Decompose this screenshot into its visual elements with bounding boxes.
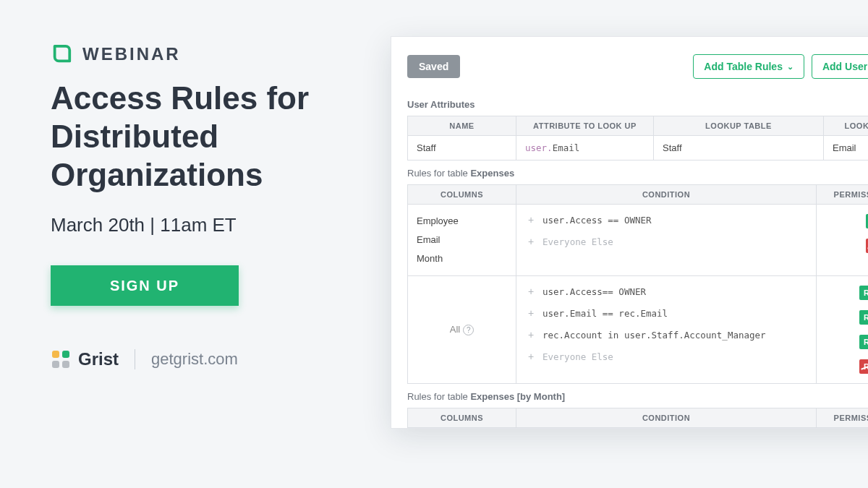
col-lookup-table: LOOKUP TABLE [654, 116, 824, 136]
col-name: NAME [408, 116, 516, 136]
table-header-row: COLUMNS CONDITION PERMISSIONS [408, 185, 869, 205]
brand-name: Grist [78, 349, 119, 369]
leaf-icon [51, 43, 72, 65]
rule-columns: Employee Email Month [408, 205, 516, 276]
chevron-down-icon: ⌄ [787, 62, 793, 72]
add-icon[interactable]: + [525, 329, 537, 341]
col-condition: CONDITION [516, 408, 817, 428]
rule-permissions: RU⌄ RU⌄ [817, 205, 869, 276]
table-row[interactable]: All? +user.Access== OWNER +user.Email ==… [408, 276, 869, 384]
rules-expenses-table: COLUMNS CONDITION PERMISSIONS Employee E… [407, 184, 868, 384]
add-table-rules-button[interactable]: Add Table Rules ⌄ [693, 54, 804, 79]
rule-conditions: +user.Access== OWNER +user.Email == rec.… [516, 276, 817, 384]
datetime-label: March 20th | 11am ET [51, 214, 340, 236]
rule-conditions: +user.Access == OWNER +Everyone Else [516, 205, 817, 276]
grist-mark-icon [51, 349, 71, 369]
add-user-attributes-button[interactable]: Add User Att [812, 54, 868, 79]
user-attributes-heading: User Attributes [391, 92, 868, 116]
access-rules-screenshot: Saved Add Table Rules ⌄ Add User Att Use… [391, 36, 868, 429]
ua-name: Staff [408, 136, 516, 160]
col-columns: COLUMNS [408, 408, 516, 428]
rules-expenses-by-month-heading: Rules for table Expenses [by Month] [391, 384, 868, 408]
grist-logo: Grist [51, 349, 119, 369]
signup-button[interactable]: SIGN UP [51, 265, 239, 306]
svg-rect-3 [62, 361, 69, 368]
svg-rect-1 [62, 351, 69, 358]
saved-button[interactable]: Saved [407, 55, 460, 78]
rule-columns-all: All? [408, 276, 516, 384]
add-table-rules-label: Add Table Rules [704, 61, 783, 72]
add-icon[interactable]: + [525, 214, 537, 226]
ua-attribute: user.Email [516, 136, 654, 160]
col-attribute: ATTRIBUTE TO LOOK UP [516, 116, 654, 136]
ua-table: Staff [654, 136, 824, 160]
table-row[interactable]: Employee Email Month +user.Access == OWN… [408, 205, 869, 276]
screenshot-panel: Saved Add Table Rules ⌄ Add User Att Use… [369, 0, 868, 488]
add-icon[interactable]: + [525, 307, 537, 319]
add-icon[interactable]: + [525, 236, 537, 247]
page-title: Access Rules for Distributed Organizatio… [51, 80, 340, 194]
permission-badges[interactable]: RUC [859, 283, 868, 302]
promo-panel: WEBINAR Access Rules for Distributed Org… [0, 0, 369, 488]
screenshot-toolbar: Saved Add Table Rules ⌄ Add User Att [391, 54, 868, 92]
svg-rect-2 [52, 361, 59, 368]
svg-rect-0 [52, 351, 59, 358]
webinar-eyebrow: WEBINAR [51, 43, 340, 65]
add-icon[interactable]: + [525, 286, 537, 297]
rules-expenses-heading: Rules for table Expenses [391, 160, 868, 184]
table-header-row: NAME ATTRIBUTE TO LOOK UP LOOKUP TABLE L… [408, 116, 869, 136]
user-attributes-table: NAME ATTRIBUTE TO LOOK UP LOOKUP TABLE L… [407, 116, 868, 160]
ua-column: Email [824, 136, 869, 160]
rule-permissions: RUC RUC RUC RUC [817, 276, 869, 384]
add-icon[interactable]: + [525, 351, 537, 362]
col-lookup-column: LOOKUP C [824, 116, 869, 136]
help-icon[interactable]: ? [463, 325, 474, 335]
brand-url: getgrist.com [151, 350, 238, 369]
col-condition: CONDITION [516, 185, 817, 205]
permission-badges[interactable]: RUC [859, 308, 868, 327]
permission-badges[interactable]: RUC [859, 357, 868, 376]
permission-badges[interactable]: RUC [859, 333, 868, 351]
col-columns: COLUMNS [408, 185, 516, 205]
footer: Grist getgrist.com [51, 349, 340, 369]
col-permissions: PERMISSIONS [817, 185, 869, 205]
footer-divider [135, 349, 135, 369]
table-row[interactable]: Staff user.Email Staff Email [408, 136, 869, 160]
rules-expenses-by-month-table: COLUMNS CONDITION PERMISSIONS [407, 408, 868, 428]
table-header-row: COLUMNS CONDITION PERMISSIONS [408, 408, 869, 428]
webinar-label: WEBINAR [82, 44, 181, 64]
col-permissions: PERMISSIONS [817, 408, 869, 428]
